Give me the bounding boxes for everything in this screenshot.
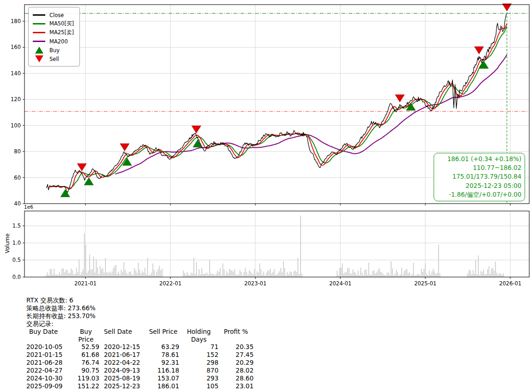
svg-text:0.0: 0.0 — [12, 274, 21, 280]
svg-text:160: 160 — [11, 44, 21, 50]
annotation-line: 186.01 (+0.34 +0.18%) — [437, 155, 521, 163]
legend-label: MA25[卖] — [49, 29, 74, 36]
ma25-line-swatch — [33, 32, 45, 33]
price-annotation-box: 186.01 (+0.34 +0.18%) 110.77~186.02 175.… — [434, 153, 525, 201]
table-row: 2025-09-09151.222025-12-23186.0110523.01 — [26, 382, 254, 390]
close-line-swatch — [33, 14, 45, 16]
svg-text:2021-01: 2021-01 — [74, 280, 97, 287]
table-row: 2024-10-30119.032025-08-19153.0729328.60 — [26, 374, 254, 382]
table-row: 2020-10-0552.592020-12-1563.297120.35 — [26, 343, 254, 351]
legend-label: Sell — [49, 56, 59, 62]
table-row: 2021-01-1561.682021-06-1778.6115227.45 — [26, 351, 254, 359]
legend-item-ma25: MA25[卖] — [33, 28, 74, 37]
svg-text:2025-01: 2025-01 — [414, 280, 436, 287]
legend-label: Buy — [49, 47, 60, 54]
table-row: 2022-04-2790.752024-09-13116.1887028.02 — [26, 367, 254, 374]
svg-text:180: 180 — [11, 18, 21, 24]
figure: 2021-012022-012023-012024-012025-012026-… — [0, 0, 532, 392]
legend-item-ma200: MA200 — [33, 37, 74, 46]
sell-triangle-icon — [33, 55, 45, 62]
legend-label: MA200 — [49, 38, 68, 45]
annotation-line: 175.01/173.79/150.84 — [437, 172, 521, 181]
legend-label: MA50[买] — [49, 20, 74, 27]
trade-count-line: RTX 交易次数: 6 — [26, 296, 254, 304]
strategy-stats: RTX 交易次数: 6 策略总收益率: 273.66% 长期持有收益: 253.… — [26, 296, 254, 390]
legend: Close MA50[买] MA25[卖] MA200 Buy Sell — [28, 7, 80, 66]
svg-text:2022-01: 2022-01 — [159, 280, 181, 287]
annotation-line: 110.77~186.02 — [437, 163, 521, 172]
svg-text:1.5: 1.5 — [12, 223, 21, 229]
svg-text:0.5: 0.5 — [12, 257, 21, 263]
ma50-line-swatch — [33, 23, 45, 24]
legend-item-close: Close — [33, 11, 74, 19]
svg-text:2026-01: 2026-01 — [499, 280, 521, 287]
volume-scale-label: 1e6 — [24, 204, 33, 210]
annotation-line: -1.86/偏空/+0.07/+0.00 — [437, 190, 521, 199]
annotation-line: 2025-12-23 05:00 — [437, 181, 521, 190]
legend-item-buy: Buy — [33, 46, 74, 54]
svg-text:2023-01: 2023-01 — [244, 280, 266, 287]
svg-text:40: 40 — [14, 200, 21, 207]
trade-table-body: 2020-10-0552.592020-12-1563.297120.35202… — [26, 343, 254, 390]
svg-text:60: 60 — [14, 175, 21, 181]
trade-record-title: 交易记录: — [26, 320, 254, 328]
volume-axis-label: Volume — [4, 229, 11, 258]
hold-return-line: 长期持有收益: 253.70% — [26, 312, 254, 320]
legend-item-ma50: MA50[买] — [33, 19, 74, 28]
svg-text:2024-01: 2024-01 — [329, 280, 351, 287]
svg-text:120: 120 — [11, 96, 21, 103]
legend-item-sell: Sell — [33, 54, 74, 63]
legend-label: Close — [49, 12, 64, 18]
ma200-line-swatch — [33, 41, 45, 42]
svg-text:1.0: 1.0 — [12, 240, 21, 246]
trade-table-header: Buy Date Buy Price Sell Date Sell Price … — [26, 328, 254, 344]
svg-text:100: 100 — [11, 122, 21, 129]
table-row: 2021-06-2876.742022-04-2292.3129820.29 — [26, 359, 254, 367]
buy-triangle-icon — [33, 47, 45, 54]
svg-text:140: 140 — [11, 70, 21, 77]
svg-text:80: 80 — [14, 148, 21, 155]
strategy-return-line: 策略总收益率: 273.66% — [26, 304, 254, 312]
